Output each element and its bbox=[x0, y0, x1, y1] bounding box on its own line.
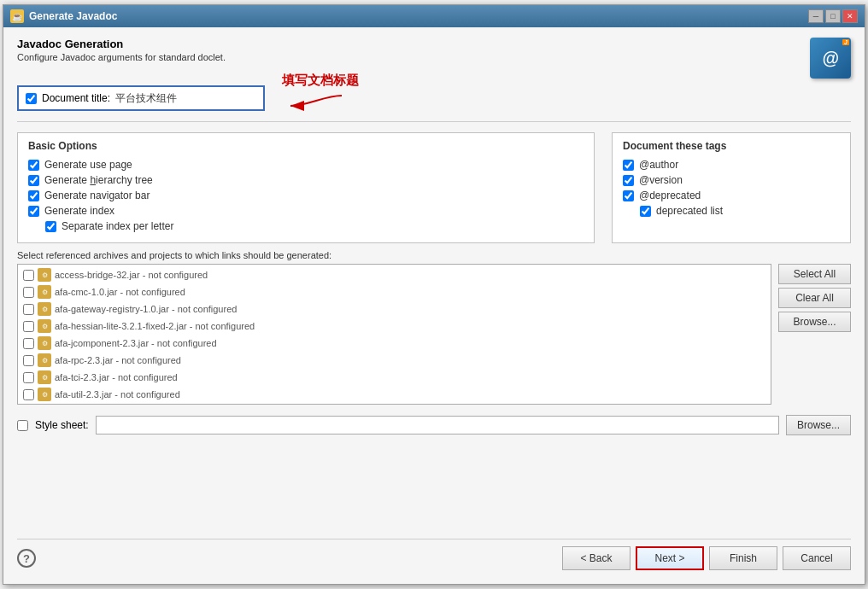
archive-name-2: afa-gateway-registry-1.0.jar - not confi… bbox=[55, 304, 237, 314]
archive-name-3: afa-hessian-lite-3.2.1-fixed-2.jar - not… bbox=[55, 321, 255, 331]
archive-checkbox-7[interactable] bbox=[23, 389, 34, 400]
archive-name-4: afa-jcomponent-2.3.jar - not configured bbox=[55, 338, 217, 348]
version-checkbox[interactable] bbox=[623, 175, 634, 186]
index-checkbox[interactable] bbox=[28, 206, 39, 217]
deprecated-list-checkbox[interactable] bbox=[640, 206, 651, 217]
tags-title: Document these tags bbox=[623, 140, 840, 152]
archive-checkbox-2[interactable] bbox=[23, 304, 34, 315]
next-button[interactable]: Next > bbox=[636, 546, 704, 570]
jar-icon: ⚙ bbox=[38, 370, 51, 384]
archives-browse-button[interactable]: Browse... bbox=[778, 312, 851, 332]
title-bar: ☕ Generate Javadoc ─ □ ✕ bbox=[3, 5, 865, 27]
version-label: @version bbox=[639, 174, 683, 186]
help-button[interactable]: ? bbox=[17, 549, 36, 568]
list-item[interactable]: ⚙ afa-tci-2.3.jar - not configured bbox=[20, 369, 769, 386]
option-deprecated: @deprecated bbox=[623, 190, 840, 201]
list-item[interactable]: ⚙ afa-gateway-registry-1.0.jar - not con… bbox=[20, 300, 769, 318]
navigator-checkbox[interactable] bbox=[28, 190, 39, 201]
option-index: Generate index bbox=[28, 205, 584, 217]
jar-icon: ⚙ bbox=[38, 302, 51, 316]
stylesheet-row: Style sheet: Browse... bbox=[17, 411, 851, 439]
archive-name-0: access-bridge-32.jar - not configured bbox=[55, 270, 208, 280]
basic-options-panel: Basic Options Generate use page Generate… bbox=[17, 132, 595, 243]
option-navigator: Generate navigator bar bbox=[28, 190, 584, 201]
archives-list[interactable]: ⚙ access-bridge-32.jar - not configured … bbox=[17, 264, 771, 405]
jar-icon: ⚙ bbox=[38, 336, 51, 350]
use-page-checkbox[interactable] bbox=[28, 160, 39, 171]
option-author: @author bbox=[623, 159, 840, 171]
archives-buttons: Select All Clear All Browse... bbox=[778, 264, 851, 332]
header-area: Javadoc Generation Configure Javadoc arg… bbox=[17, 38, 851, 79]
option-version: @version bbox=[623, 174, 840, 186]
hierarchy-label: Generate hierarchy tree bbox=[44, 174, 153, 186]
dialog-content: Javadoc Generation Configure Javadoc arg… bbox=[3, 27, 865, 584]
jar-icon: ⚙ bbox=[38, 353, 51, 367]
stylesheet-checkbox[interactable] bbox=[17, 420, 28, 431]
window-icon: ☕ bbox=[10, 9, 24, 23]
archive-checkbox-0[interactable] bbox=[23, 270, 34, 281]
jar-icon: ⚙ bbox=[38, 285, 51, 299]
document-title-input[interactable]: 平台技术组件 bbox=[115, 92, 256, 104]
options-area: Basic Options Generate use page Generate… bbox=[17, 132, 851, 243]
separator-1 bbox=[17, 121, 851, 122]
archives-label: Select referenced archives and projects … bbox=[17, 250, 851, 260]
arrow-svg bbox=[282, 89, 350, 114]
archive-checkbox-5[interactable] bbox=[23, 355, 34, 366]
hierarchy-checkbox[interactable] bbox=[28, 175, 39, 186]
deprecated-list-label: deprecated list bbox=[656, 205, 723, 217]
archive-name-6: afa-tci-2.3.jar - not configured bbox=[55, 372, 178, 382]
archive-checkbox-6[interactable] bbox=[23, 372, 34, 383]
separate-index-label: Separate index per letter bbox=[62, 220, 173, 232]
author-label: @author bbox=[639, 159, 678, 171]
index-label: Generate index bbox=[44, 205, 114, 217]
document-title-checkbox[interactable] bbox=[26, 93, 37, 104]
clear-all-button[interactable]: Clear All bbox=[778, 288, 851, 308]
list-item[interactable]: ⚙ access-bridge-32.jar - not configured bbox=[20, 266, 769, 283]
deprecated-checkbox[interactable] bbox=[623, 190, 634, 201]
archive-checkbox-3[interactable] bbox=[23, 321, 34, 332]
document-title-section: Document title: 平台技术组件 填写文档标题 bbox=[17, 85, 851, 111]
option-use-page: Generate use page bbox=[28, 159, 584, 171]
archives-row: ⚙ access-bridge-32.jar - not configured … bbox=[17, 264, 851, 405]
use-page-label: Generate use page bbox=[44, 159, 132, 171]
minimize-button[interactable]: ─ bbox=[808, 9, 824, 23]
archive-name-1: afa-cmc-1.0.jar - not configured bbox=[55, 287, 185, 297]
cancel-button[interactable]: Cancel bbox=[783, 546, 851, 570]
basic-options-title: Basic Options bbox=[28, 140, 584, 152]
maximize-button[interactable]: □ bbox=[825, 9, 841, 23]
document-title-container: Document title: 平台技术组件 bbox=[17, 85, 265, 111]
author-checkbox[interactable] bbox=[623, 160, 634, 171]
archive-name-7: afa-util-2.3.jar - not configured bbox=[55, 389, 180, 399]
option-deprecated-list: deprecated list bbox=[640, 205, 840, 217]
option-hierarchy: Generate hierarchy tree bbox=[28, 174, 584, 186]
list-item[interactable]: ⚙ afa-hessian-lite-3.2.1-fixed-2.jar - n… bbox=[20, 318, 769, 335]
annotation-text: 填写文档标题 bbox=[282, 73, 359, 89]
archive-checkbox-4[interactable] bbox=[23, 338, 34, 349]
jar-icon: ⚙ bbox=[38, 388, 51, 401]
archive-name-5: afa-rpc-2.3.jar - not configured bbox=[55, 355, 181, 365]
list-item[interactable]: ⚙ afa-cmc-1.0.jar - not configured bbox=[20, 283, 769, 300]
document-title-label: Document title: bbox=[42, 92, 110, 104]
stylesheet-input[interactable] bbox=[96, 416, 779, 434]
dialog-subtitle: Configure Javadoc arguments for standard… bbox=[17, 52, 226, 62]
separate-index-checkbox[interactable] bbox=[45, 221, 56, 232]
close-button[interactable]: ✕ bbox=[842, 9, 858, 23]
archive-checkbox-1[interactable] bbox=[23, 287, 34, 298]
jar-icon: ⚙ bbox=[38, 268, 51, 282]
stylesheet-browse-button[interactable]: Browse... bbox=[786, 415, 851, 435]
list-item[interactable]: ⚙ afa-util-2.3.jar - not configured bbox=[20, 386, 769, 403]
tags-panel: Document these tags @author @version @de… bbox=[612, 132, 851, 243]
select-all-button[interactable]: Select All bbox=[778, 264, 851, 284]
jar-icon: ⚙ bbox=[38, 319, 51, 333]
finish-button[interactable]: Finish bbox=[709, 546, 777, 570]
javadoc-logo: @ J bbox=[810, 38, 851, 79]
dialog-title: Javadoc Generation bbox=[17, 38, 226, 50]
stylesheet-label: Style sheet: bbox=[35, 419, 89, 431]
list-item[interactable]: ⚙ afa-jcomponent-2.3.jar - not configure… bbox=[20, 335, 769, 352]
deprecated-label: @deprecated bbox=[639, 190, 701, 201]
option-separate-index: Separate index per letter bbox=[45, 220, 584, 232]
archives-section: Select referenced archives and projects … bbox=[17, 250, 851, 405]
list-item[interactable]: ⚙ afa-rpc-2.3.jar - not configured bbox=[20, 352, 769, 369]
footer-buttons: < Back Next > Finish Cancel bbox=[562, 546, 851, 570]
back-button[interactable]: < Back bbox=[562, 546, 630, 570]
